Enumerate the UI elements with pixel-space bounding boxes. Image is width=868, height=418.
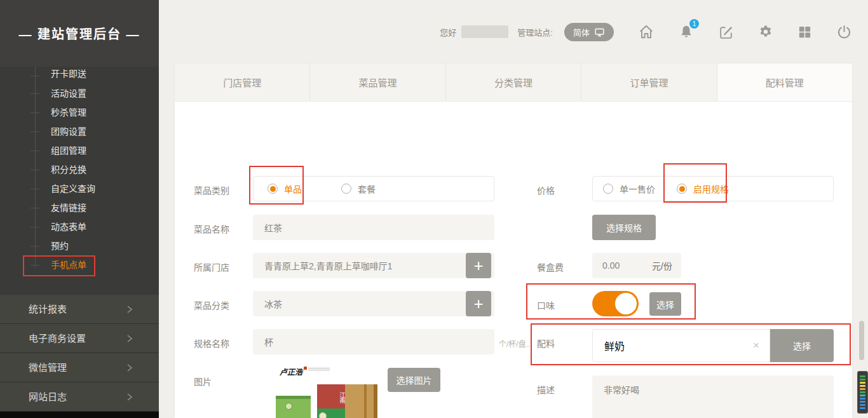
sidebar-item-reservation[interactable]: 预约 [0, 236, 159, 255]
radio-label: 单品 [284, 182, 302, 195]
brand-logo: 卢正浩 [280, 366, 330, 377]
sidebar-item-activity[interactable]: 活动设置 [0, 84, 159, 103]
green-tea-box [276, 396, 311, 418]
section-label: 微信管理 [29, 362, 67, 373]
tea-cup [319, 412, 327, 418]
spec-unit-hint: 个/杯/盘... [499, 338, 532, 349]
spec-name-value: 杯 [253, 335, 494, 348]
box-fee-input[interactable]: 0.00 元/份 [592, 253, 681, 278]
page-scrollbar-thumb[interactable] [859, 321, 864, 360]
ingredient-value: 鲜奶 [593, 338, 770, 353]
sidebar-item-card-gift[interactable]: 开卡即送 [0, 66, 159, 84]
box-label [285, 403, 292, 410]
sidebar: — 建站管理后台 — 开卡即送 活动设置 秒杀管理 团购设置 组团管理 积分兑换… [0, 0, 159, 418]
price-field: 单一售价 启用规格 [592, 176, 834, 201]
ingredient-input[interactable]: 鲜奶 [592, 329, 770, 362]
bell-icon[interactable]: 1 [679, 24, 694, 40]
sidebar-sections: 统计报表 电子商务设置 微信管理 网站日志 [0, 295, 159, 412]
level-meter-widget [857, 371, 868, 414]
username-redacted [461, 25, 508, 38]
radio-dot [341, 184, 351, 194]
top-header: 您好 管理站点: 简体 1 [159, 0, 868, 64]
description-textarea[interactable]: 非常好喝 [592, 375, 834, 418]
chevron-right-icon [125, 334, 135, 344]
category-label: 菜品分类 [194, 299, 229, 311]
language-site-button[interactable]: 简体 [564, 23, 614, 41]
choose-image-button[interactable]: 选择图片 [388, 368, 440, 392]
store-label: 所属门店 [194, 260, 229, 273]
home-icon[interactable] [638, 24, 654, 40]
main-panel: 门店管理 菜品管理 分类管理 订单管理 配料管理 菜品类别 单品 套餐 菜品名称 [175, 64, 852, 418]
sidebar-header: — 建站管理后台 — [0, 0, 159, 67]
dish-type-label: 菜品类别 [194, 184, 229, 196]
manage-site-label: 管理站点: [517, 26, 553, 38]
crate-red-panel: 江南 [317, 384, 345, 408]
sidebar-menu: 开卡即送 活动设置 秒杀管理 团购设置 组团管理 积分兑换 自定义查询 友情链接… [0, 66, 159, 274]
sidebar-section-wechat[interactable]: 微信管理 [0, 353, 159, 382]
store-select[interactable]: 青青原上草2,青青原上草咖啡厅1 [253, 253, 494, 278]
image-label: 图片 [194, 375, 212, 388]
brand-subtext [308, 368, 330, 372]
dish-product-image: 卢正浩 江南 [253, 364, 381, 418]
sidebar-item-flash-sale[interactable]: 秒杀管理 [0, 103, 159, 122]
radio-dot [268, 184, 278, 194]
dish-name-input[interactable]: 红茶 [253, 215, 494, 240]
tab-store-management[interactable]: 门店管理 [175, 64, 310, 101]
sidebar-item-custom-query[interactable]: 自定义查询 [0, 179, 159, 198]
add-store-button[interactable]: + [466, 253, 491, 278]
radio-label: 启用规格 [693, 182, 729, 195]
box-fee-label: 餐盒费 [537, 260, 564, 273]
section-label: 统计报表 [29, 304, 67, 314]
sidebar-item-links[interactable]: 友情链接 [0, 198, 159, 217]
clear-icon[interactable]: × [753, 339, 759, 352]
app-title: — 建站管理后台 — [18, 24, 140, 43]
flavor-label: 口味 [537, 299, 555, 311]
flavor-choose-button[interactable]: 选择 [649, 292, 681, 316]
spec-name-input[interactable]: 杯 [253, 329, 494, 354]
ingredient-choose-button[interactable]: 选择 [770, 329, 834, 362]
radio-label: 单一售价 [620, 182, 655, 195]
chevron-right-icon [125, 392, 135, 402]
dish-name-label: 菜品名称 [194, 222, 229, 235]
grid-icon[interactable] [797, 25, 812, 39]
tab-order-management[interactable]: 订单管理 [581, 64, 717, 101]
toggle-knob [614, 292, 638, 316]
tab-category-management[interactable]: 分类管理 [446, 64, 581, 101]
tab-dish-management[interactable]: 菜品管理 [310, 64, 445, 101]
gear-icon[interactable] [758, 24, 773, 39]
dish-edit-form: 菜品类别 单品 套餐 菜品名称 红茶 所属门店 青青原上草2,青青原上草咖啡厅1 [175, 102, 852, 418]
radio-single-price[interactable]: 单一售价 [603, 182, 655, 195]
price-label: 价格 [537, 184, 555, 196]
sidebar-item-group-mgmt[interactable]: 组团管理 [0, 141, 159, 160]
radio-enable-spec[interactable]: 启用规格 [677, 182, 729, 195]
monitor-icon [594, 27, 605, 37]
sidebar-section-statistics[interactable]: 统计报表 [0, 295, 159, 324]
category-value: 冰茶 [253, 297, 476, 310]
chevron-right-icon [125, 363, 135, 373]
radio-dot [677, 184, 687, 194]
choose-spec-button[interactable]: 选择规格 [592, 215, 656, 240]
spec-name-label: 规格名称 [194, 337, 229, 349]
brand-name: 卢正浩 [280, 366, 302, 377]
sidebar-section-ecommerce[interactable]: 电子商务设置 [0, 324, 159, 353]
radio-label: 套餐 [358, 182, 376, 195]
radio-single-item[interactable]: 单品 [268, 182, 302, 195]
dish-name-value: 红茶 [253, 221, 494, 234]
radio-set-meal[interactable]: 套餐 [341, 182, 376, 195]
power-icon[interactable] [836, 24, 852, 40]
dish-type-field: 单品 套餐 [253, 176, 494, 201]
chevron-right-icon [125, 304, 135, 314]
ingredient-label: 配料 [537, 337, 555, 349]
sidebar-item-mobile-order[interactable]: 手机点单 [0, 255, 159, 274]
add-category-button[interactable]: + [466, 291, 491, 316]
flavor-toggle[interactable] [592, 291, 639, 316]
sidebar-item-points[interactable]: 积分兑换 [0, 160, 159, 179]
sidebar-section-site-log[interactable]: 网站日志 [0, 382, 159, 412]
store-value: 青青原上草2,青青原上草咖啡厅1 [253, 259, 476, 272]
tab-ingredient-management[interactable]: 配料管理 [717, 64, 852, 101]
edit-icon[interactable] [718, 24, 734, 40]
sidebar-item-dynamic-form[interactable]: 动态表单 [0, 217, 159, 236]
radio-dot [603, 184, 613, 194]
sidebar-item-group-buy[interactable]: 团购设置 [0, 122, 159, 141]
category-select[interactable]: 冰茶 [253, 291, 494, 316]
